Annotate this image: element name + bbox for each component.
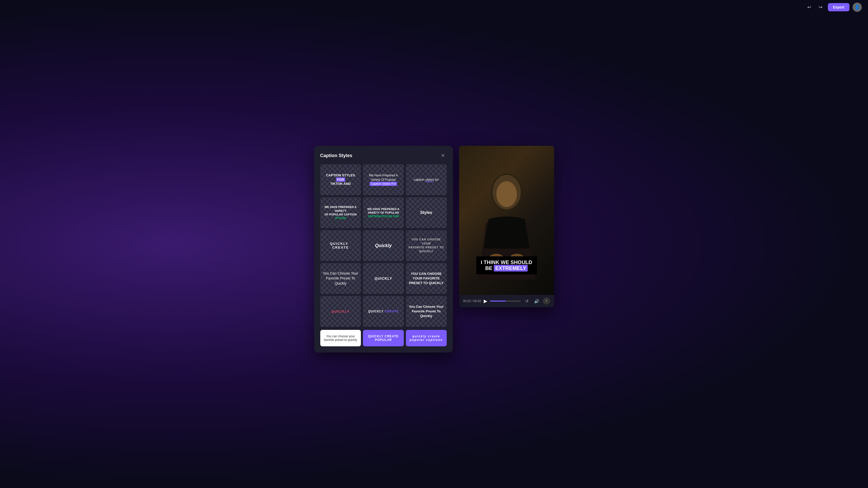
progress-bar[interactable] <box>490 301 521 302</box>
replay-button[interactable]: ↺ <box>523 298 530 305</box>
style-card-11[interactable]: quickly <box>363 263 404 294</box>
style-card-10[interactable]: You Can Choose YourFavorite Preset To Qu… <box>320 263 361 294</box>
avatar: 👤 <box>852 3 862 12</box>
style-card-9[interactable]: YOU CAN CHOOSE YOURFAVORITE PRESET TO QU… <box>406 230 447 261</box>
svg-point-2 <box>496 181 517 207</box>
progress-fill <box>490 301 506 302</box>
style-card-15[interactable]: You Can Choose YourFavorite Preset To Qu… <box>406 296 447 327</box>
style-card-1[interactable]: CAPTION STYLES FOR TIKTOK AND <box>320 164 361 195</box>
style-card-13[interactable]: QUICKLY <box>320 296 361 327</box>
style-card-6[interactable]: Styles <box>406 197 447 228</box>
caption-highlight: EXTREMELY <box>494 265 528 272</box>
preview-card-plain[interactable]: You can choose your favorite preset to q… <box>320 330 361 346</box>
caption-line1: I THINK WE SHOULD <box>481 260 532 265</box>
play-button[interactable]: ▶ <box>484 298 487 304</box>
export-button[interactable]: Export <box>828 3 849 11</box>
close-button[interactable]: ✕ <box>439 152 447 159</box>
preview-card-blue[interactable]: QUICKLY CREATE POPULAR <box>363 330 404 346</box>
caption-styles-dialog: Caption Styles ✕ CAPTION STYLES FOR TIKT… <box>314 146 453 353</box>
volume-button[interactable]: 🔊 <box>533 298 540 305</box>
style-card-5[interactable]: WE HAVE PREPARED AVARIETY OF POPULARCAPT… <box>363 197 404 228</box>
style-card-8[interactable]: Quickly <box>363 230 404 261</box>
video-content: I THINK WE SHOULD BE EXTREMELY <box>459 146 554 295</box>
style-card-7[interactable]: QUICKLY CREATE <box>320 230 361 261</box>
main-container: Caption Styles ✕ CAPTION STYLES FOR TIKT… <box>314 146 554 353</box>
undo-button[interactable]: ↩ <box>805 3 813 11</box>
time-display: 00:22 / 00:42 <box>463 299 481 303</box>
redo-button[interactable]: ↪ <box>816 3 825 11</box>
style-card-14[interactable]: QUICKLY CREATE <box>363 296 404 327</box>
video-controls: 00:22 / 00:42 ▶ ↺ 🔊 ? <box>459 295 554 307</box>
preview-card-dark[interactable]: quickly create popular captions <box>406 330 447 346</box>
video-panel: I THINK WE SHOULD BE EXTREMELY 00:22 / 0… <box>459 146 554 307</box>
styles-grid: CAPTION STYLES FOR TIKTOK AND We Have Pr… <box>320 164 447 327</box>
style-card-3[interactable]: caption styles for <box>406 164 447 195</box>
preview-row: You can choose your favorite preset to q… <box>320 330 447 346</box>
caption-line2: BE EXTREMELY <box>481 265 532 271</box>
style-card-12[interactable]: YOU CAN CHOOSEYOUR FAVORITEPRESET TO QUI… <box>406 263 447 294</box>
dialog-title: Caption Styles <box>320 153 352 158</box>
dialog-header: Caption Styles ✕ <box>320 152 447 159</box>
style-card-2[interactable]: We Have Prepared AVariety Of PopularCapt… <box>363 164 404 195</box>
help-button[interactable]: ? <box>543 298 550 305</box>
top-bar: ↩ ↪ Export 👤 <box>0 0 868 14</box>
style-card-4[interactable]: WE HAVE PREPARED A VARIETYOF POPULAR CAP… <box>320 197 361 228</box>
caption-overlay: I THINK WE SHOULD BE EXTREMELY <box>476 256 537 274</box>
